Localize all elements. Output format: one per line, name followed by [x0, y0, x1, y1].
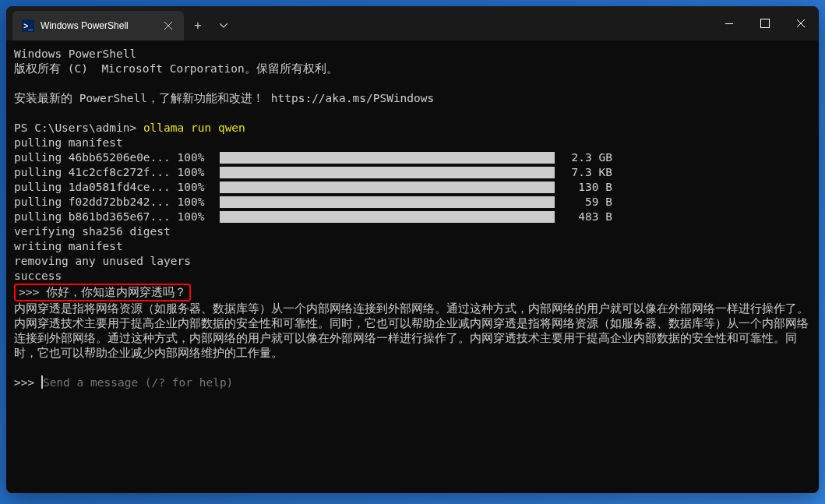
- maximize-button[interactable]: [747, 6, 783, 41]
- pull-progress-row: pulling 46bb65206e0e... 100% 2.3 GB: [14, 150, 811, 165]
- titlebar[interactable]: >_ Windows PowerShell +: [6, 6, 819, 41]
- pull-progress-row: pulling 41c2cf8c272f... 100% 7.3 KB: [14, 165, 811, 180]
- terminal-output[interactable]: Windows PowerShell 版权所有 (C) Microsoft Co…: [6, 41, 819, 493]
- input-placeholder: Send a message (/? for help): [43, 375, 233, 390]
- progress-bar: [220, 182, 555, 193]
- maximize-icon: [760, 19, 770, 28]
- user-question-line: >>> 你好，你知道内网穿透吗？: [14, 284, 811, 301]
- tab-close-button[interactable]: [162, 19, 175, 32]
- highlight-annotation: >>> 你好，你知道内网穿透吗？: [14, 284, 191, 301]
- pull-progress-row: pulling 1da0581fd4ce... 100% 130 B: [14, 180, 811, 195]
- terminal-window: >_ Windows PowerShell + Windows PowerShe…: [6, 6, 819, 493]
- progress-bar: [220, 211, 555, 223]
- prompt-path: PS C:\Users\admin>: [14, 122, 143, 134]
- pull-progress-row: pulling b861bd365e67... 100% 483 B: [14, 210, 811, 224]
- input-prefix: >>>: [14, 375, 41, 390]
- progress-bar: [220, 167, 555, 178]
- header-line: Windows PowerShell: [14, 47, 811, 62]
- input-prompt-line[interactable]: >>> Send a message (/? for help): [14, 375, 811, 390]
- close-button[interactable]: [783, 6, 819, 41]
- command-text: ollama run qwen: [143, 122, 245, 134]
- close-icon: [164, 22, 172, 30]
- install-message: 安装最新的 PowerShell，了解新功能和改进！ https://aka.m…: [14, 91, 811, 106]
- copyright-line: 版权所有 (C) Microsoft Corporation。保留所有权利。: [14, 62, 811, 76]
- tab-powershell[interactable]: >_ Windows PowerShell: [12, 11, 184, 41]
- titlebar-drag-area[interactable]: [235, 6, 711, 41]
- tab-dropdown-button[interactable]: [212, 11, 235, 41]
- progress-bar: [220, 152, 555, 164]
- response-text: 内网穿透是指将网络资源（如服务器、数据库等）从一个内部网络连接到外部网络。通过这…: [14, 301, 811, 361]
- powershell-icon: >_: [22, 19, 34, 32]
- tab-title: Windows PowerShell: [41, 20, 156, 31]
- chevron-down-icon: [220, 23, 227, 28]
- minimize-icon: [725, 23, 733, 24]
- pull-progress-row: pulling f02dd72bb242... 100% 59 B: [14, 195, 811, 210]
- minimize-button[interactable]: [711, 6, 747, 41]
- command-line: PS C:\Users\admin> ollama run qwen: [14, 121, 811, 136]
- close-icon: [797, 19, 805, 27]
- progress-bar: [220, 196, 555, 208]
- success-line: success: [14, 269, 811, 284]
- new-tab-button[interactable]: +: [184, 11, 212, 41]
- verify-line: verifying sha256 digest: [14, 224, 811, 239]
- pull-manifest-line: pulling manifest: [14, 136, 811, 150]
- writing-line: writing manifest: [14, 239, 811, 254]
- removing-line: removing any unused layers: [14, 254, 811, 269]
- window-controls: [711, 6, 819, 41]
